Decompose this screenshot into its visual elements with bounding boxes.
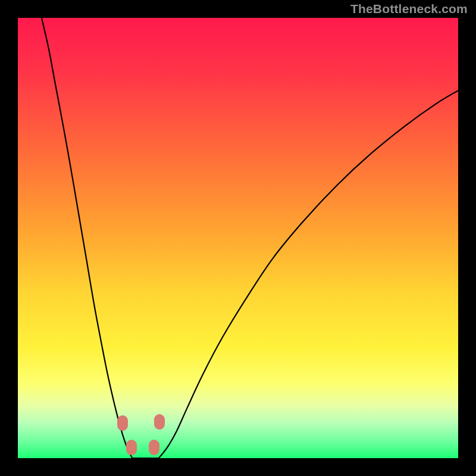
- curve-marker: [117, 415, 128, 431]
- curve-marker: [149, 440, 159, 455]
- curve-marker: [154, 414, 165, 430]
- curve-marker: [126, 440, 137, 455]
- background-gradient: [18, 18, 458, 458]
- watermark-text: TheBottleneck.com: [350, 2, 468, 16]
- plot-area: [18, 18, 458, 458]
- outer-frame: TheBottleneck.com: [0, 0, 476, 476]
- svg-rect-0: [18, 18, 458, 458]
